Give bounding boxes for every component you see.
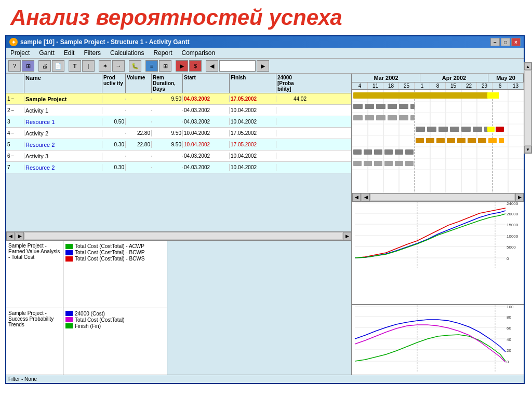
week-6: 6: [493, 83, 508, 89]
svg-rect-59: [395, 161, 403, 166]
scroll-thumb[interactable]: [525, 71, 531, 145]
scroll-track[interactable]: [25, 233, 342, 239]
week-15: 15: [446, 83, 461, 89]
tool-print1[interactable]: 🖨: [38, 60, 51, 72]
week-22: 22: [461, 83, 477, 89]
table-row[interactable]: 7 Resource 2 0.30 04.03.2002 10.04.2002: [6, 162, 351, 173]
tool-bug[interactable]: 🐛: [129, 60, 141, 72]
col-productivity: Prod uctiv ity: [102, 74, 126, 93]
restore-button[interactable]: □: [501, 38, 510, 46]
week-29: 29: [477, 83, 493, 89]
gantt-scroll-left[interactable]: ◀: [352, 193, 361, 201]
svg-text:0: 0: [507, 360, 509, 364]
scroll-down-btn[interactable]: ▼: [524, 146, 531, 153]
svg-rect-58: [384, 161, 393, 166]
probability-chart: 100 80 60 40 20 0: [352, 305, 524, 375]
scroll-right-btn[interactable]: ▶: [343, 232, 351, 240]
svg-rect-43: [447, 138, 455, 143]
page-heading: Анализ вероятностей успеха: [0, 0, 532, 35]
menu-project[interactable]: Project: [8, 49, 32, 57]
tool-spacer: [219, 60, 256, 72]
table-row[interactable]: 6− Activity 3 04.03.2002 10.04.2002: [6, 150, 351, 162]
svg-rect-33: [438, 127, 448, 132]
gantt-months-row: Mar 2002 Apr 2002 May 20: [352, 74, 524, 83]
svg-rect-51: [374, 149, 382, 155]
earned-value-chart: 24000 20000 15000 10000 5000 0: [352, 202, 524, 305]
table-row[interactable]: 3 Resource 1 0.50 04.03.2002 10.04.2002: [6, 116, 351, 128]
col-probability: 24000 [Proba bility]: [276, 74, 308, 93]
legend-color-cost: [65, 311, 73, 316]
svg-text:15000: 15000: [507, 223, 518, 227]
svg-rect-44: [457, 138, 466, 143]
tool-right-arrow[interactable]: ▶: [257, 60, 269, 72]
gantt-month-may: May 20: [488, 74, 524, 82]
gantt-scroll-track[interactable]: [371, 194, 514, 200]
svg-rect-36: [473, 127, 482, 132]
gantt-scroll-right[interactable]: ▶: [515, 193, 524, 201]
vertical-scroll-area[interactable]: ▲ ▼: [524, 62, 532, 154]
horizontal-scrollbar[interactable]: ◀ ▶ ▶: [6, 231, 351, 240]
menu-comparison[interactable]: Comparison: [179, 49, 217, 57]
svg-text:10000: 10000: [507, 234, 518, 239]
menu-filters[interactable]: Filters: [82, 49, 103, 57]
table-row[interactable]: 5 Resource 2 0.30 22.80 9.50 10.04.2002 …: [6, 139, 351, 150]
legend-item-cost: 24000 (Cost): [65, 311, 165, 317]
svg-rect-17: [353, 92, 499, 99]
tool-left-arrow[interactable]: ◀: [206, 60, 218, 72]
legend-label-bcwp: Total Cost (CostTotal) - BCWP: [75, 250, 144, 255]
legend-item-finish: Finish (Fin): [65, 323, 165, 329]
left-panel: Name Prod uctiv ity Volume Rem Duration,…: [6, 74, 352, 375]
tool-nav[interactable]: ⊞: [22, 60, 34, 72]
tool-t2[interactable]: |: [82, 60, 95, 72]
svg-rect-41: [426, 138, 434, 143]
svg-text:60: 60: [507, 326, 511, 331]
toolbar: ? ⊞ 🖨 📄 T | ✶ → 🐛 ≡ ⊞ ▶ $ ◀ ▶: [6, 59, 524, 74]
col-remdur: Rem Duration, Days: [152, 74, 183, 93]
svg-text:5000: 5000: [507, 245, 516, 250]
tool-chart2[interactable]: ⊞: [159, 60, 171, 72]
earned-value-svg: 24000 20000 15000 10000 5000 0: [352, 202, 524, 269]
scroll-up-btn[interactable]: ▲: [524, 63, 531, 70]
svg-rect-22: [388, 104, 397, 109]
svg-rect-60: [405, 161, 414, 166]
col-finish: Finish: [230, 74, 276, 93]
svg-rect-18: [487, 92, 499, 99]
table-row[interactable]: 4− Activity 2 22.80 9.50 10.04.2002 17.0…: [6, 128, 351, 139]
scroll-left-btn[interactable]: ◀: [6, 232, 15, 240]
window-title: sample [10] - Sample Project - Structure…: [20, 38, 190, 46]
table-row[interactable]: 1− Sample Project 9.50 04.03.2002 17.05.…: [6, 93, 351, 105]
legend-color-bcwp: [65, 250, 73, 255]
menu-edit[interactable]: Edit: [62, 49, 77, 57]
svg-text:80: 80: [507, 315, 511, 320]
table-body: 1− Sample Project 9.50 04.03.2002 17.05.…: [6, 93, 351, 231]
legend-label-bcws: Total Cost (CostTotal) - BCWS: [75, 256, 144, 262]
tool-t1[interactable]: T: [69, 60, 81, 72]
table-row[interactable]: 2− Activity 1 04.03.2002 10.04.2002: [6, 105, 351, 116]
svg-rect-49: [353, 149, 362, 155]
col-name: Name: [24, 74, 102, 93]
menu-calculations[interactable]: Calculations: [108, 49, 146, 57]
tool-flag[interactable]: ▶: [176, 60, 188, 72]
tool-chart1[interactable]: ≡: [145, 60, 158, 72]
week-11: 11: [368, 83, 383, 89]
menu-report[interactable]: Report: [151, 49, 174, 57]
earned-value-label: Sample Project - Earned Value Analysis -…: [6, 241, 63, 308]
scroll-right-btn2[interactable]: ▶: [16, 232, 24, 240]
week-8: 8: [430, 83, 446, 89]
svg-rect-34: [450, 127, 459, 132]
legend-color-finish: [65, 323, 73, 328]
right-panel: Mar 2002 Apr 2002 May 20 4 11 18 25 1 8 …: [352, 74, 524, 375]
tool-help[interactable]: ?: [8, 60, 21, 72]
tool-arrow[interactable]: →: [112, 60, 125, 72]
tool-dollar[interactable]: $: [189, 60, 202, 72]
gantt-scroll-left2[interactable]: ◀: [362, 193, 370, 201]
svg-text:24000: 24000: [507, 202, 518, 206]
svg-rect-24: [410, 104, 415, 109]
menu-gantt[interactable]: Gantt: [37, 49, 56, 57]
gantt-scroll[interactable]: ◀ ◀ ▶: [352, 193, 524, 201]
close-button[interactable]: ×: [511, 38, 521, 46]
tool-star[interactable]: ✶: [99, 60, 111, 72]
minimize-button[interactable]: −: [490, 38, 500, 46]
charts-section: 24000 20000 15000 10000 5000 0: [352, 201, 524, 305]
tool-print2[interactable]: 📄: [52, 60, 64, 72]
